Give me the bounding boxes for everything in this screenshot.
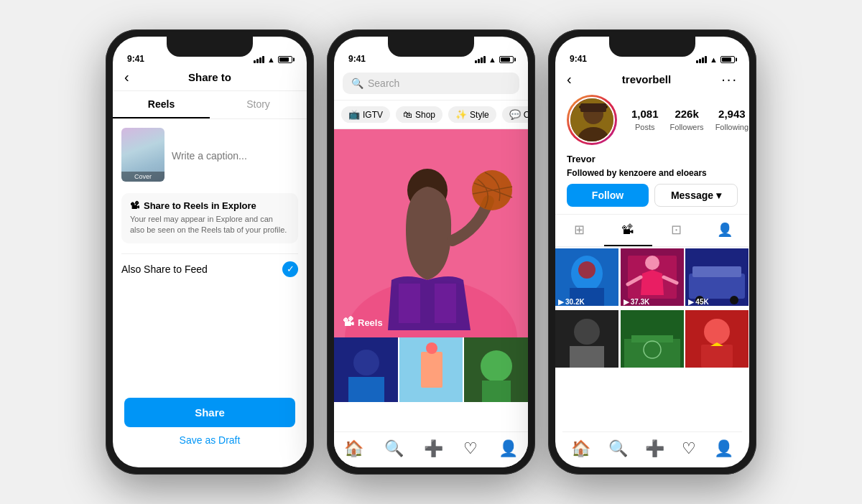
check-circle[interactable]: ✓	[282, 261, 298, 277]
following-label: Following	[715, 123, 749, 131]
svg-rect-19	[580, 103, 606, 112]
reels-tab-profile[interactable]: 📽	[604, 215, 653, 246]
battery-icon-3	[720, 56, 735, 63]
battery-icon-2	[499, 56, 514, 63]
shop-label: Shop	[415, 110, 435, 120]
p3-grid-item-2[interactable]: ▶ 37.3K	[621, 248, 685, 309]
p2-reels-label: 📽 Reels	[343, 316, 383, 329]
category-style[interactable]: ✨ Style	[448, 106, 496, 123]
play-icon-1: ▶	[558, 298, 564, 306]
style-label: Style	[470, 110, 489, 120]
p3-grid-item-1[interactable]: ▶ 30.2K	[555, 248, 619, 309]
follow-button[interactable]: Follow	[567, 184, 649, 207]
p3-nav-heart[interactable]: ♡	[682, 439, 696, 458]
p1-thumbnail: Cover	[121, 128, 164, 182]
time-1: 9:41	[127, 54, 144, 64]
svg-point-7	[353, 350, 379, 375]
shop-icon: 🛍	[403, 109, 412, 120]
tagged-tab[interactable]: ⊡	[652, 215, 701, 246]
p3-grid-item-3[interactable]: ▶ 45K	[685, 248, 749, 309]
dropdown-icon[interactable]: ▾	[716, 190, 721, 201]
save-draft-button[interactable]: Save as Draft	[124, 434, 295, 446]
status-icons-1: ▲	[254, 55, 292, 64]
caption-input[interactable]	[172, 128, 298, 182]
svg-rect-29	[692, 266, 741, 277]
p2-nav-add[interactable]: ➕	[424, 439, 443, 458]
grid-tab[interactable]: ⊞	[555, 215, 604, 246]
p2-categories: 📺 IGTV 🛍 Shop ✨ Style 💬 Comics 🎬 T	[334, 101, 528, 129]
phone-2: 9:41 ▲ 🔍 Se	[327, 29, 535, 475]
p3-profile-section: 1,081 Posts 226k Followers 2,943 Followi…	[555, 95, 749, 152]
status-icons-3: ▲	[696, 55, 735, 64]
p2-grid-img-3	[464, 337, 528, 402]
category-shop[interactable]: 🛍 Shop	[396, 106, 442, 123]
p2-nav-heart[interactable]: ♡	[463, 439, 478, 458]
share-explore-title: 📽 Share to Reels in Explore	[130, 200, 289, 211]
p3-grid-img-6	[685, 310, 749, 368]
reels-video-icon: 📽	[343, 316, 354, 329]
story-tab[interactable]: Story	[210, 91, 307, 118]
p2-nav-home[interactable]: 🏠	[344, 439, 363, 458]
category-comics[interactable]: 💬 Comics	[502, 106, 528, 123]
reels-icon: 📽	[130, 200, 139, 211]
battery-icon-1	[278, 56, 292, 63]
notch-3	[609, 37, 695, 57]
reels-tab[interactable]: Reels	[113, 91, 210, 118]
p2-grid-2[interactable]	[399, 337, 463, 402]
phone-3-screen: 9:41 ▲ ‹ trevorbell	[555, 37, 749, 467]
message-label: Message	[671, 190, 713, 201]
p2-grid-img-2	[399, 337, 463, 402]
p2-nav-search[interactable]: 🔍	[384, 439, 404, 458]
also-share-label: Also Share to Feed	[121, 263, 208, 275]
search-input-2[interactable]: 🔍 Search	[343, 73, 519, 94]
p3-more-button[interactable]: ···	[721, 71, 738, 88]
svg-point-23	[578, 261, 595, 279]
share-button[interactable]: Share	[124, 398, 295, 427]
notch-2	[388, 37, 474, 57]
p2-grid-1[interactable]	[334, 337, 398, 402]
p2-nav-profile[interactable]: 👤	[499, 439, 518, 458]
avatar	[567, 95, 617, 145]
comics-label: Comics	[524, 110, 528, 120]
share-to-title: Share to	[188, 71, 231, 83]
p3-nav: 🏠 🔍 ➕ ♡ 👤	[562, 431, 742, 467]
svg-point-31	[730, 296, 738, 304]
p3-stats: 1,081 Posts 226k Followers 2,943 Followi…	[631, 108, 749, 133]
avatar-inner	[569, 97, 615, 143]
p2-grid-3[interactable]	[464, 337, 528, 402]
p3-back-button[interactable]: ‹	[567, 71, 572, 88]
comics-icon: 💬	[509, 109, 521, 120]
p2-grid	[334, 337, 528, 402]
p3-grid-img-1	[555, 248, 618, 306]
avatar-image	[570, 98, 615, 143]
p1-thumb-label: Cover	[121, 172, 164, 182]
p3-nav-search[interactable]: 🔍	[608, 439, 628, 458]
p3-nav-add[interactable]: ➕	[645, 439, 664, 458]
category-igtv[interactable]: 📺 IGTV	[341, 106, 390, 123]
message-button[interactable]: Message ▾	[654, 184, 738, 207]
p3-grid-img-5	[621, 310, 684, 368]
also-share-row[interactable]: Also Share to Feed ✓	[121, 253, 298, 284]
phone-2-screen: 9:41 ▲ 🔍 Se	[334, 37, 528, 467]
p3-grid-item-6[interactable]	[685, 310, 749, 370]
reels-text: Reels	[358, 317, 383, 328]
p2-grid-img-1	[334, 337, 398, 402]
back-button-1[interactable]: ‹	[124, 69, 129, 85]
play-icon-2: ▶	[624, 298, 629, 306]
svg-point-13	[481, 350, 512, 382]
p2-main-video[interactable]: 📽 Reels	[334, 129, 528, 337]
signal-icon-3	[696, 56, 707, 63]
p3-grid-item-4[interactable]	[555, 310, 619, 370]
p3-play-label-2: ▶ 37.3K	[624, 298, 650, 306]
p1-header: ‹ Share to	[113, 68, 307, 91]
posts-stat: 1,081 Posts	[631, 108, 659, 133]
p3-nav-home[interactable]: 🏠	[571, 439, 590, 458]
igtv-tab[interactable]: 👤	[701, 215, 750, 246]
p2-video-graphic	[334, 129, 528, 337]
p1-bottom: Share Save as Draft	[120, 398, 300, 446]
p3-nav-profile[interactable]: 👤	[714, 439, 733, 458]
share-explore-toggle[interactable]: 📽 Share to Reels in Explore Your reel ma…	[121, 193, 298, 243]
wifi-icon-2: ▲	[488, 55, 496, 64]
p3-grid-item-5[interactable]	[621, 310, 685, 370]
signal-icon-2	[475, 56, 486, 63]
